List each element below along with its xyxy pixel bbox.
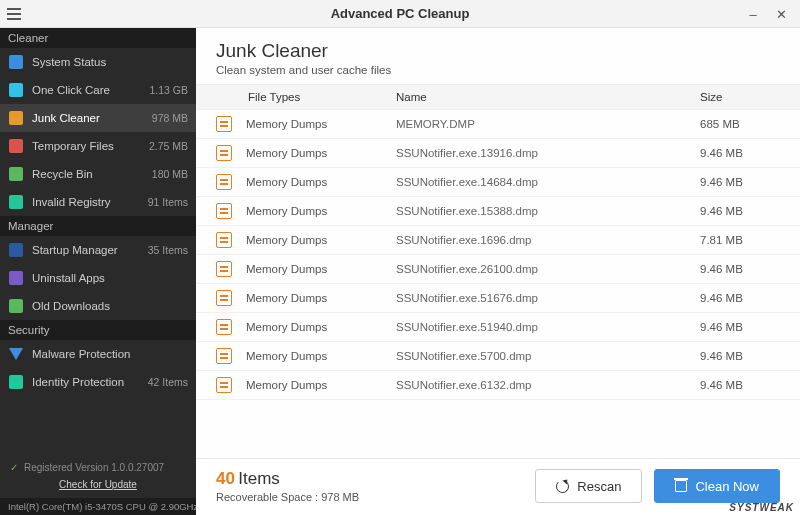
sidebar-item-badge: 2.75 MB	[149, 140, 188, 152]
column-header-type[interactable]: File Types	[216, 91, 396, 103]
monitor-icon	[8, 54, 24, 70]
table-body[interactable]: Memory DumpsMEMORY.DMP685 MBMemory Dumps…	[196, 110, 800, 458]
download-icon	[8, 298, 24, 314]
titlebar: Advanced PC Cleanup – ✕	[0, 0, 800, 28]
cell-type: Memory Dumps	[246, 147, 396, 159]
sidebar-item-startup-manager[interactable]: Startup Manager 35 Items	[0, 236, 196, 264]
table-row[interactable]: Memory DumpsSSUNotifier.exe.51940.dmp9.4…	[196, 313, 800, 342]
cell-type: Memory Dumps	[246, 118, 396, 130]
table-row[interactable]: Memory DumpsSSUNotifier.exe.5700.dmp9.46…	[196, 342, 800, 371]
cpu-info: Intel(R) Core(TM) i5-3470S CPU @ 2.90GHz	[0, 498, 196, 515]
table-row[interactable]: Memory DumpsMEMORY.DMP685 MB	[196, 110, 800, 139]
cell-name: SSUNotifier.exe.14684.dmp	[396, 176, 700, 188]
brand-watermark: SYSTWEAK	[729, 502, 794, 513]
cell-type: Memory Dumps	[246, 263, 396, 275]
shield-icon	[8, 346, 24, 362]
sidebar-item-label: One Click Care	[32, 84, 141, 96]
temp-icon	[8, 138, 24, 154]
cell-size: 9.46 MB	[700, 321, 780, 333]
section-header-security: Security	[0, 320, 196, 340]
startup-icon	[8, 242, 24, 258]
cell-size: 9.46 MB	[700, 379, 780, 391]
file-icon	[216, 145, 232, 161]
cell-name: SSUNotifier.exe.51940.dmp	[396, 321, 700, 333]
footer-bar: 40 Items Recoverable Space : 978 MB Resc…	[196, 458, 800, 515]
sidebar: Cleaner System Status One Click Care 1.1…	[0, 28, 196, 515]
cell-name: SSUNotifier.exe.15388.dmp	[396, 205, 700, 217]
sidebar-item-recycle-bin[interactable]: Recycle Bin 180 MB	[0, 160, 196, 188]
file-icon	[216, 203, 232, 219]
sidebar-item-label: System Status	[32, 56, 180, 68]
cell-name: SSUNotifier.exe.5700.dmp	[396, 350, 700, 362]
cell-size: 9.46 MB	[700, 205, 780, 217]
table-row[interactable]: Memory DumpsSSUNotifier.exe.15388.dmp9.4…	[196, 197, 800, 226]
table-row[interactable]: Memory DumpsSSUNotifier.exe.14684.dmp9.4…	[196, 168, 800, 197]
sidebar-item-label: Identity Protection	[32, 376, 140, 388]
registered-text: Registered Version 1.0.0.27007	[24, 460, 164, 475]
table-row[interactable]: Memory DumpsSSUNotifier.exe.13916.dmp9.4…	[196, 139, 800, 168]
sidebar-item-junk-cleaner[interactable]: Junk Cleaner 978 MB	[0, 104, 196, 132]
items-label: Items	[238, 469, 280, 488]
file-icon	[216, 319, 232, 335]
sidebar-footer: ✓ Registered Version 1.0.0.27007 Check f…	[0, 450, 196, 498]
identity-icon	[8, 374, 24, 390]
sidebar-item-label: Uninstall Apps	[32, 272, 180, 284]
file-icon	[216, 116, 232, 132]
sidebar-item-invalid-registry[interactable]: Invalid Registry 91 Items	[0, 188, 196, 216]
sidebar-item-label: Junk Cleaner	[32, 112, 144, 124]
cell-name: SSUNotifier.exe.13916.dmp	[396, 147, 700, 159]
sidebar-item-temporary-files[interactable]: Temporary Files 2.75 MB	[0, 132, 196, 160]
broom-icon	[8, 110, 24, 126]
sidebar-item-old-downloads[interactable]: Old Downloads	[0, 292, 196, 320]
sidebar-item-badge: 978 MB	[152, 112, 188, 124]
clean-label: Clean Now	[695, 479, 759, 494]
cell-name: SSUNotifier.exe.51676.dmp	[396, 292, 700, 304]
recycle-icon	[8, 166, 24, 182]
clean-now-button[interactable]: Clean Now	[654, 469, 780, 503]
cell-size: 9.46 MB	[700, 147, 780, 159]
column-header-size[interactable]: Size	[700, 91, 780, 103]
sidebar-item-label: Old Downloads	[32, 300, 180, 312]
cell-name: SSUNotifier.exe.6132.dmp	[396, 379, 700, 391]
sidebar-item-one-click-care[interactable]: One Click Care 1.13 GB	[0, 76, 196, 104]
cell-size: 9.46 MB	[700, 176, 780, 188]
sidebar-item-badge: 180 MB	[152, 168, 188, 180]
section-header-manager: Manager	[0, 216, 196, 236]
sidebar-item-malware-protection[interactable]: Malware Protection	[0, 340, 196, 368]
sidebar-item-label: Temporary Files	[32, 140, 141, 152]
cell-size: 7.81 MB	[700, 234, 780, 246]
file-icon	[216, 377, 232, 393]
window-title: Advanced PC Cleanup	[0, 6, 800, 21]
page-subtitle: Clean system and user cache files	[216, 64, 780, 76]
sidebar-item-identity-protection[interactable]: Identity Protection 42 Items	[0, 368, 196, 396]
table-row[interactable]: Memory DumpsSSUNotifier.exe.1696.dmp7.81…	[196, 226, 800, 255]
minimize-button[interactable]: –	[746, 7, 760, 21]
column-header-name[interactable]: Name	[396, 91, 700, 103]
table-row[interactable]: Memory DumpsSSUNotifier.exe.6132.dmp9.46…	[196, 371, 800, 400]
sidebar-item-label: Recycle Bin	[32, 168, 144, 180]
table-row[interactable]: Memory DumpsSSUNotifier.exe.26100.dmp9.4…	[196, 255, 800, 284]
table-row[interactable]: Memory DumpsSSUNotifier.exe.51676.dmp9.4…	[196, 284, 800, 313]
cell-name: MEMORY.DMP	[396, 118, 700, 130]
check-update-link[interactable]: Check for Update	[10, 477, 186, 492]
cell-size: 9.46 MB	[700, 292, 780, 304]
file-icon	[216, 174, 232, 190]
sidebar-item-uninstall-apps[interactable]: Uninstall Apps	[0, 264, 196, 292]
uninstall-icon	[8, 270, 24, 286]
item-count: 40	[216, 469, 235, 488]
file-icon	[216, 232, 232, 248]
rescan-label: Rescan	[577, 479, 621, 494]
close-button[interactable]: ✕	[774, 7, 788, 21]
registry-icon	[8, 194, 24, 210]
cell-type: Memory Dumps	[246, 292, 396, 304]
menu-icon[interactable]	[0, 0, 28, 28]
check-icon: ✓	[10, 460, 18, 475]
table-header: File Types Name Size	[196, 84, 800, 110]
sidebar-item-system-status[interactable]: System Status	[0, 48, 196, 76]
trash-icon	[675, 480, 687, 492]
rescan-button[interactable]: Rescan	[535, 469, 642, 503]
sidebar-item-label: Startup Manager	[32, 244, 140, 256]
main-panel: Junk Cleaner Clean system and user cache…	[196, 28, 800, 515]
sidebar-item-badge: 42 Items	[148, 376, 188, 388]
cell-size: 9.46 MB	[700, 263, 780, 275]
